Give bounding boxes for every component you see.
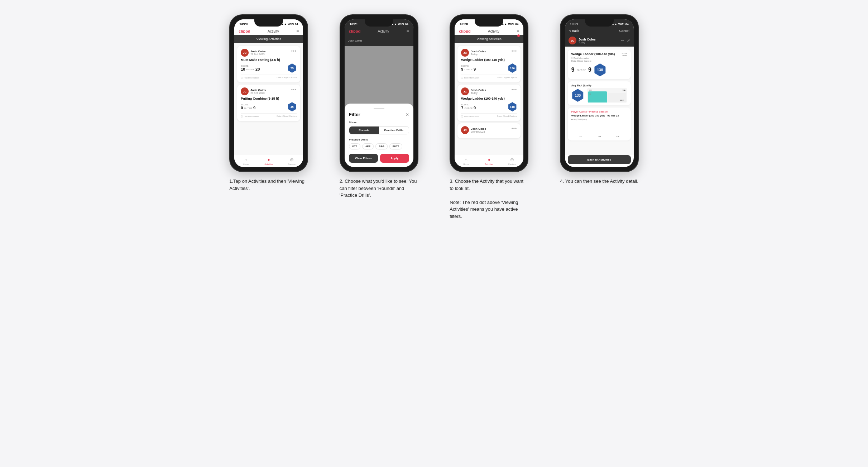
phone-1-tab-bar: ⌂ Home ♦ Activities ⊕ Capture	[234, 155, 303, 167]
phone-4-screen: 13:21 ▲▲▲ WiFi 84 < Back Cancel JC	[565, 19, 634, 167]
more-dots-1[interactable]: •••	[291, 49, 297, 54]
avatar-1: JC	[241, 49, 249, 57]
modal-handle	[374, 108, 384, 109]
chip-ott[interactable]: OTT	[349, 143, 360, 149]
more-dots-3a[interactable]: •••	[512, 49, 517, 54]
filter-modal-sheet: Filter ✕ Show Rounds Practice Drills Pra…	[345, 104, 413, 167]
caption-main-3: 3. Choose the Activity that you want to …	[450, 178, 523, 191]
activity-card-3a[interactable]: JC Josh Coles Today ••• Wedge Ladder (10…	[457, 46, 521, 82]
tab-home-3[interactable]: ⌂ Home	[455, 157, 478, 165]
phone-2-column: 13:21 ▲▲▲ WiFi 84 clippd Activity ≡ Josh…	[329, 14, 429, 220]
viewing-activities-banner-3[interactable]: Viewing Activities	[455, 35, 523, 43]
chart-max-label: 130	[622, 89, 625, 91]
toggle-practice-drills[interactable]: Practice Drills	[379, 127, 409, 134]
card-1-user: JC Josh Coles 28 Feb 2023	[241, 49, 266, 57]
tab-activities-1[interactable]: ♦ Activities	[257, 157, 280, 165]
viewing-activities-banner[interactable]: Viewing Activities	[234, 35, 303, 43]
back-button-nav[interactable]: < Back	[569, 29, 579, 33]
shots-value-1: 20	[255, 67, 260, 71]
avatar-4: JC	[569, 37, 576, 44]
status-time: 13:20	[239, 22, 248, 26]
nav-menu-icon[interactable]: ≡	[296, 29, 299, 34]
card-2-header: JC Josh Coles 28 Feb 2023 •••	[241, 87, 297, 95]
phone-1-frame: 13:20 ▲▲▲ WiFi 84 clippd Activity ≡ View…	[229, 14, 308, 172]
nav-menu-icon-2[interactable]: ≡	[407, 29, 409, 34]
phone-4-column: 13:21 ▲▲▲ WiFi 84 < Back Cancel JC	[550, 14, 649, 220]
home-icon-1: ⌂	[244, 157, 247, 162]
practice-prefix: Player Activity •	[571, 110, 589, 113]
activity-card-1[interactable]: JC Josh Coles 28 Feb 2023 ••• Must Make …	[237, 46, 300, 82]
home-label-1: Home	[243, 163, 249, 165]
avg-shot-quality-card: Avg Shot Quality 130 130 100 50 0 APP	[568, 81, 631, 105]
cancel-button-nav[interactable]: Cancel	[619, 29, 629, 33]
activity-title-3a: Wedge Ladder (100-140 yds)	[461, 58, 517, 62]
chip-app[interactable]: APP	[362, 143, 374, 149]
battery-icon-2: 84	[405, 23, 408, 26]
activity-card-3b[interactable]: JC Josh Coles Today ••• Wedge Ladder (10…	[457, 85, 521, 121]
detail-out-of: OUT OF	[577, 69, 586, 71]
wifi-icon-3: WiFi	[508, 23, 514, 26]
phone-3-column: 13:20 ▲▲▲ WiFi 84 clippd Activity ≡ View…	[440, 14, 539, 220]
filter-modal-overlay: Filter ✕ Show Rounds Practice Drills Pra…	[345, 46, 413, 167]
stats-row-2: Score 0 OUT OF 9 45	[241, 102, 297, 111]
chart-y-100: 100	[589, 89, 592, 91]
more-dots-3c[interactable]: •••	[512, 126, 517, 131]
activities-icon-1: ♦	[268, 157, 270, 162]
wifi-icon-4: WiFi	[618, 23, 624, 26]
bar-label-1: 132	[579, 135, 582, 138]
red-dot	[517, 34, 520, 37]
activities-label-1: Activities	[264, 163, 273, 165]
avatar-3b: JC	[461, 87, 469, 95]
avatar-2: JC	[241, 87, 249, 95]
more-dots-3b[interactable]: •••	[512, 87, 517, 92]
clear-filters-button[interactable]: Clear Filters	[349, 154, 378, 163]
status-time-2: 13:21	[350, 22, 358, 26]
chip-arg[interactable]: ARG	[375, 143, 388, 149]
user-name-3a: Josh Coles	[471, 50, 486, 53]
detail-score-card: Wedge Ladder (100-140 yds) ⓘ Test Inform…	[568, 49, 631, 79]
activity-card-3c[interactable]: JC Josh Coles 28 Feb 2023 •••	[457, 123, 521, 138]
nav-menu-icon-3[interactable]: ≡	[517, 29, 519, 34]
apply-button[interactable]: Apply	[380, 154, 409, 163]
toggle-group: Rounds Practice Drills	[349, 126, 409, 134]
filter-title: Filter	[349, 112, 360, 117]
filter-close-icon[interactable]: ✕	[406, 112, 409, 117]
tab-capture-1[interactable]: ⊕ Capture	[280, 157, 303, 165]
detail-test-info: ⓘ Test InformationData: Clippd Capture	[571, 57, 615, 62]
phone-3-content: JC Josh Coles Today ••• Wedge Ladder (10…	[455, 43, 523, 155]
phone-3-notch	[475, 19, 503, 27]
stats-row-3a: Score 9 OUT OF 9 130	[461, 63, 517, 73]
footer-right-3a: Data: Clippd Capture	[497, 76, 517, 80]
wifi-icon: WiFi	[288, 23, 294, 26]
toggle-rounds[interactable]: Rounds	[349, 127, 379, 134]
tab-capture-3[interactable]: ⊕ Capture	[500, 157, 523, 165]
edit-icon[interactable]: ✏	[621, 38, 624, 43]
stats-row-3b: Score 7 OUT OF 9 118	[461, 102, 517, 111]
score-inline-3b: 7 OUT OF 9	[461, 106, 476, 110]
bar-label-2: 129	[598, 135, 601, 138]
back-to-activities-button[interactable]: Back to Activities	[568, 155, 631, 164]
card-3a-footer: ⓘ Test Information Data: Clippd Capture	[461, 75, 517, 80]
phone-2-caption: 2. Choose what you'd like to see. You ca…	[340, 178, 418, 199]
chart-y-50: 50	[589, 93, 591, 95]
more-dots-2[interactable]: •••	[291, 87, 297, 92]
activity-card-2[interactable]: JC Josh Coles 28 Feb 2023 ••• Putting Co…	[237, 85, 300, 121]
tab-home-1[interactable]: ⌂ Home	[234, 157, 257, 165]
nav-title-2: Activity	[378, 29, 389, 33]
detail-user-info: JC Josh Coles Today	[569, 37, 596, 44]
phone-4-frame: 13:21 ▲▲▲ WiFi 84 < Back Cancel JC	[560, 14, 639, 172]
card-3b-header: JC Josh Coles Today •••	[461, 87, 517, 95]
card-2-footer: ⓘ Test Information Data: Clippd Capture	[241, 113, 297, 118]
chart-2-title: Wedge Ladder (100-140 yds) - 06 Mar 23	[571, 114, 627, 117]
detail-shots-value: 9	[588, 67, 591, 73]
user-details-3b: Josh Coles Today	[471, 89, 486, 94]
shot-quality-hex-3a: 130	[508, 63, 517, 73]
chip-putt[interactable]: PUTT	[389, 143, 402, 149]
avg-sq-chart: 130 100 50 0 APP	[587, 88, 627, 103]
expand-icon[interactable]: ⤢	[627, 38, 630, 43]
score-block-3a: Score 9 OUT OF 9	[461, 65, 476, 71]
score-inline-2: 0 OUT OF 9	[241, 106, 255, 110]
tab-activities-3[interactable]: ♦ Activities	[478, 157, 500, 165]
avatar-3a: JC	[461, 49, 469, 57]
phone-3-frame: 13:20 ▲▲▲ WiFi 84 clippd Activity ≡ View…	[450, 14, 528, 172]
